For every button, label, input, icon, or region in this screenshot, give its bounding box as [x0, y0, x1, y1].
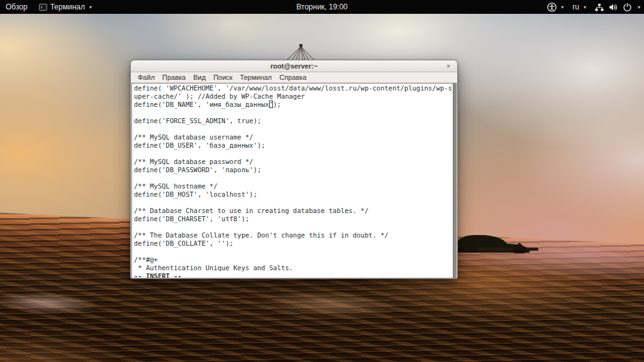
system-status-menu[interactable]: ▾ — [594, 0, 641, 14]
menu-item-Поиск[interactable]: Поиск — [209, 74, 236, 81]
terminal-line: define('DB_PASSWORD', 'пароль'); — [134, 166, 456, 174]
terminal-line: /** Database Charset to use in creating … — [134, 207, 456, 215]
terminal-line: uper-cache/' ); //Added by WP-Cache Mana… — [134, 92, 456, 101]
chevron-down-icon: ▾ — [584, 4, 586, 10]
power-icon — [623, 3, 631, 11]
terminal-line: define('FORCE_SSL_ADMIN', true); — [134, 117, 456, 125]
menu-item-Файл[interactable]: Файл — [134, 74, 158, 81]
activities-button[interactable]: Обзор — [0, 0, 33, 14]
keyboard-layout-label: ru — [572, 3, 579, 11]
terminal-screen[interactable]: define( 'WPCACHEHOME', '/var/www/losst/d… — [131, 83, 457, 278]
terminal-line — [134, 199, 456, 207]
terminal-line: define('DB_HOST', 'localhost'); — [134, 190, 456, 199]
wired-network-icon — [595, 3, 604, 11]
terminal-line — [134, 174, 456, 182]
terminal-line: /** MySQL hostname */ — [134, 182, 456, 190]
terminal-line: define( 'WPCACHEHOME', '/var/www/losst/d… — [134, 84, 456, 92]
activities-label: Обзор — [6, 3, 28, 11]
app-menu-terminal[interactable]: Терминал ▾ — [33, 0, 97, 14]
terminal-line: define('DB_NAME', 'имя_базы_данных'); — [134, 101, 456, 109]
terminal-line: /** The Database Collate type. Don't cha… — [134, 231, 456, 239]
terminal-line — [134, 248, 456, 256]
hut-base — [514, 251, 525, 253]
terminal-line: define('DB_USER', 'база_данных'); — [134, 141, 456, 150]
menu-item-Вид[interactable]: Вид — [189, 74, 209, 81]
terminal-window: root@server:~ × ФайлПравкаВидПоискТермин… — [130, 60, 458, 279]
terminal-app-icon — [39, 4, 47, 11]
window-title: root@server:~ — [270, 62, 318, 70]
keyboard-layout-menu[interactable]: ru ▾ — [571, 0, 587, 14]
terminal-line — [134, 109, 456, 117]
accessibility-icon — [547, 3, 557, 12]
chevron-down-icon: ▾ — [638, 4, 640, 10]
hut-roof — [511, 243, 528, 251]
terminal-line: /** MySQL database username */ — [134, 133, 456, 141]
window-titlebar[interactable]: root@server:~ × — [131, 60, 457, 72]
app-menu-label: Терминал — [50, 3, 85, 11]
chevron-down-icon: ▾ — [561, 4, 564, 10]
terminal-line — [134, 125, 456, 133]
terminal-scrollbar[interactable] — [453, 84, 456, 278]
volume-icon — [609, 3, 618, 11]
terminal-menubar: ФайлПравкаВидПоискТерминалСправка — [131, 72, 457, 83]
island-shore — [478, 248, 538, 251]
accessibility-menu[interactable]: ▾ — [546, 0, 565, 14]
terminal-line — [134, 150, 456, 158]
terminal-line: /** MySQL database password */ — [134, 158, 456, 166]
terminal-line: -- INSERT -- — [134, 272, 456, 278]
terminal-line: define('DB_COLLATE', ''); — [134, 239, 456, 248]
terminal-line: define('DB_CHARSET', 'utf8'); — [134, 215, 456, 223]
gnome-top-bar: Обзор Терминал ▾ Вторник, 19:00 ▾ ru ▾ — [0, 0, 644, 14]
menu-item-Терминал[interactable]: Терминал — [236, 74, 276, 81]
menu-item-Справка[interactable]: Справка — [275, 74, 310, 81]
terminal-line: /**#@+ — [134, 256, 456, 264]
terminal-line — [134, 223, 456, 231]
menu-item-Правка[interactable]: Правка — [158, 74, 189, 81]
terminal-line: * Authentication Unique Keys and Salts. — [134, 264, 456, 272]
close-button[interactable]: × — [444, 62, 453, 70]
chevron-down-icon: ▾ — [89, 4, 92, 10]
